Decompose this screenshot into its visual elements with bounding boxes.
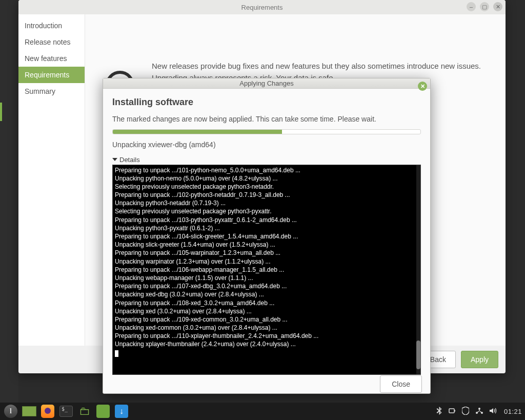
svg-point-2 [478, 408, 480, 410]
sidebar-item-requirements[interactable]: Requirements [18, 67, 85, 83]
dialog-close-button[interactable]: Close [380, 375, 422, 393]
folder-icon: 🗀 [79, 405, 90, 418]
network-icon[interactable] [475, 407, 483, 416]
system-tray: 01:21 [436, 407, 522, 416]
menu-button[interactable]: l [3, 405, 18, 418]
download-icon: ↓ [115, 405, 128, 418]
sidebar-item-label: Requirements [25, 71, 69, 79]
details-label: Details [119, 156, 140, 164]
dialog-heading: Installing software [112, 97, 421, 108]
files-launcher[interactable]: 🗀 [77, 405, 92, 418]
chevron-down-icon [112, 158, 117, 161]
dialog-subtext: The marked changes are now being applied… [112, 115, 421, 123]
svg-rect-0 [449, 409, 454, 413]
security-icon[interactable] [462, 407, 469, 416]
sidebar-item-new-features[interactable]: New features [18, 50, 85, 67]
terminal-icon: $_ [59, 406, 73, 417]
progress-fill [113, 130, 282, 134]
window-controls: – ▢ ✕ [467, 2, 502, 11]
desktop: Requirements – ▢ ✕ Introduction Release … [0, 0, 525, 420]
clock[interactable]: 01:21 [504, 408, 522, 415]
details-toggle[interactable]: Details [112, 156, 421, 164]
sidebar-item-label: Summary [25, 87, 55, 95]
desktop-icon [22, 406, 36, 416]
mint-logo-icon: l [4, 405, 17, 418]
titlebar[interactable]: Requirements – ▢ ✕ [18, 0, 506, 14]
svg-rect-1 [454, 410, 455, 411]
dialog-body: Installing software The marked changes a… [103, 89, 430, 375]
show-desktop-button[interactable] [22, 405, 37, 418]
terminal-text: Preparing to unpack .../101-python-nemo_… [115, 167, 318, 348]
firefox-launcher[interactable] [40, 405, 55, 418]
sidebar-item-summary[interactable]: Summary [18, 83, 85, 99]
bluetooth-icon[interactable] [436, 407, 442, 416]
apply-button[interactable]: Apply [461, 351, 498, 368]
terminal-scroll-thumb[interactable] [416, 341, 420, 369]
volume-icon[interactable] [490, 407, 498, 416]
sidebar-item-release-notes[interactable]: Release notes [18, 34, 85, 50]
minimize-button[interactable]: – [467, 2, 476, 11]
maximize-button[interactable]: ▢ [480, 2, 489, 11]
applying-changes-dialog: Applying Changes ✕ Installing software T… [103, 78, 431, 394]
download-launcher[interactable]: ↓ [114, 405, 129, 418]
dialog-titlebar[interactable]: Applying Changes ✕ [103, 78, 430, 89]
terminal-launcher[interactable]: $_ [58, 405, 74, 418]
sidebar-item-label: Release notes [25, 38, 71, 46]
shield-launcher[interactable] [95, 405, 111, 418]
dialog-close-icon[interactable]: ✕ [418, 82, 427, 91]
terminal-output[interactable]: Preparing to unpack .../101-python-nemo_… [112, 165, 421, 375]
sidebar-item-label: Introduction [25, 22, 62, 30]
battery-icon[interactable] [449, 407, 456, 416]
sidebar-item-label: New features [25, 54, 67, 63]
sidebar-item-introduction[interactable]: Introduction [18, 17, 85, 34]
dialog-title: Applying Changes [239, 79, 294, 87]
status-line: Unpacking xviewer-dbg (amd64) [112, 141, 421, 149]
shield-icon [96, 405, 110, 418]
window-title: Requirements [241, 4, 283, 11]
taskbar[interactable]: l $_ 🗀 ↓ 01:21 [0, 403, 525, 420]
terminal-scrollbar[interactable] [416, 165, 420, 375]
sidebar: Introduction Release notes New features … [18, 14, 85, 346]
close-button[interactable]: ✕ [493, 2, 502, 11]
firefox-icon [41, 405, 54, 418]
dialog-footer: Close [103, 375, 430, 393]
terminal-cursor [115, 350, 118, 357]
progress-bar [112, 129, 421, 134]
dock-active-indicator [0, 103, 2, 121]
left-dock [0, 0, 18, 420]
